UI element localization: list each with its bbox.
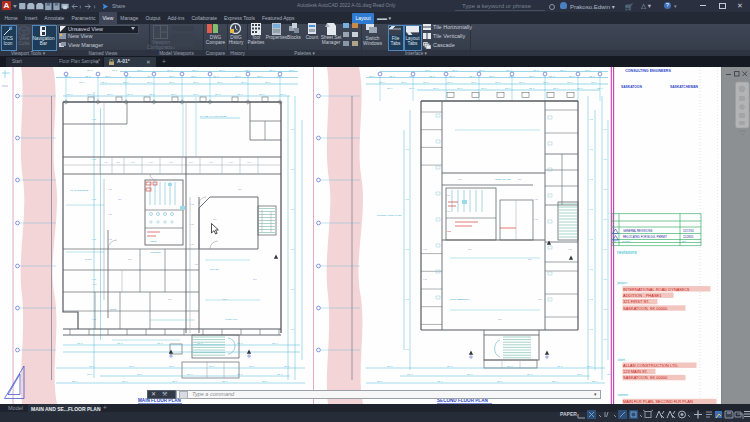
svg-text:PHASE 1 WAREHOUSE: PHASE 1 WAREHOUSE (200, 115, 227, 118)
svg-text:CONSULTING ENGINEERS: CONSULTING ENGINEERS (625, 69, 671, 73)
svg-text:12'-4": 12'-4" (577, 373, 583, 375)
svg-text:12'-4": 12'-4" (112, 69, 118, 71)
svg-text:OFFICE: OFFICE (210, 268, 219, 270)
svg-text:rev: rev (613, 240, 616, 242)
svg-text:12'-4": 12'-4" (389, 75, 395, 77)
svg-text:12'-4": 12'-4" (423, 81, 429, 83)
svg-text:12'-4": 12'-4" (437, 380, 443, 382)
svg-text:MENS: MENS (150, 240, 157, 242)
svg-text:321 FIRST ST.: 321 FIRST ST. (623, 299, 649, 304)
svg-text:12'-4": 12'-4" (272, 342, 278, 344)
svg-text:12'-4": 12'-4" (409, 75, 415, 77)
svg-text:12'-4": 12'-4" (171, 93, 177, 95)
svg-text:SASKATCHEWAN: SASKATCHEWAN (670, 85, 699, 89)
svg-text:12'-4": 12'-4" (101, 81, 107, 83)
svg-text:12'-4": 12'-4" (529, 75, 535, 77)
svg-text:12'-4": 12'-4" (284, 365, 290, 367)
svg-text:12'-4": 12'-4" (192, 69, 198, 71)
svg-text:12'-4": 12'-4" (215, 93, 221, 95)
svg-text:revisions: revisions (617, 249, 637, 255)
svg-text:12'-4": 12'-4" (533, 69, 539, 71)
svg-text:9'-2": 9'-2" (92, 238, 97, 240)
svg-text:12'-4": 12'-4" (429, 75, 435, 77)
svg-text:12'-4": 12'-4" (379, 81, 385, 83)
svg-text:12'-4": 12'-4" (369, 75, 375, 77)
svg-text:12'-4": 12'-4" (457, 87, 463, 89)
svg-text:9'-2": 9'-2" (92, 158, 97, 160)
svg-text:12'-4": 12'-4" (489, 75, 495, 77)
svg-text:12'-4": 12'-4" (125, 75, 131, 77)
svg-text:12'-4": 12'-4" (506, 69, 512, 71)
svg-text:12'-4": 12'-4" (169, 365, 175, 367)
svg-text:12'-4": 12'-4" (85, 75, 91, 77)
svg-text:12'-4": 12'-4" (241, 81, 247, 83)
svg-text:11/28/01: 11/28/01 (683, 235, 694, 239)
svg-text:12'-4": 12'-4" (79, 81, 85, 83)
svg-text:OPEN TO BELOW: OPEN TO BELOW (450, 298, 470, 300)
svg-text:12'-4": 12'-4" (129, 365, 135, 367)
svg-text:12'-4": 12'-4" (577, 87, 583, 89)
svg-text:ALLAN CONSTRUCTION LTD.: ALLAN CONSTRUCTION LTD. (623, 363, 679, 368)
svg-text:12'-4": 12'-4" (172, 380, 178, 382)
svg-text:12'-4": 12'-4" (447, 365, 453, 367)
svg-text:12'-4": 12'-4" (87, 69, 93, 71)
svg-text:RELOCATED FOR BLDG. PERMIT: RELOCATED FOR BLDG. PERMIT (623, 235, 667, 239)
svg-text:12'-4": 12'-4" (447, 81, 453, 83)
svg-text:12'-4": 12'-4" (219, 69, 225, 71)
svg-text:12'-4": 12'-4" (137, 373, 143, 375)
svg-text:12'-4": 12'-4" (235, 75, 241, 77)
svg-text:12'-4": 12'-4" (265, 81, 271, 83)
svg-text:WR: WR (447, 230, 451, 232)
svg-text:STOR: STOR (110, 308, 117, 310)
svg-text:12'-4": 12'-4" (597, 87, 603, 89)
svg-text:GENERAL REVISIONS: GENERAL REVISIONS (623, 229, 652, 233)
svg-text:NO 2ND FLOOR OVER: NO 2ND FLOOR OVER (377, 214, 402, 216)
svg-text:12'-4": 12'-4" (107, 93, 113, 95)
svg-text:12'-4": 12'-4" (607, 373, 613, 375)
svg-text:12'-4": 12'-4" (452, 69, 458, 71)
svg-text:project: project (618, 281, 628, 285)
svg-text:12'-4": 12'-4" (187, 373, 193, 375)
svg-text:9'-2": 9'-2" (92, 278, 97, 280)
svg-text:12'-4": 12'-4" (259, 93, 265, 95)
svg-text:12'-4": 12'-4" (409, 87, 415, 89)
svg-text:12'-4": 12'-4" (425, 69, 431, 71)
svg-text:12/17/01: 12/17/01 (683, 229, 694, 233)
svg-text:12'-4": 12'-4" (217, 81, 223, 83)
svg-text:ADDITION - PHASE1: ADDITION - PHASE1 (623, 293, 662, 298)
svg-text:12'-4": 12'-4" (277, 75, 283, 77)
svg-text:12'-4": 12'-4" (552, 380, 558, 382)
svg-text:12'-4": 12'-4" (553, 87, 559, 89)
svg-text:WOMENS: WOMENS (150, 251, 161, 253)
svg-text:12'-4": 12'-4" (222, 380, 228, 382)
svg-text:12'-4": 12'-4" (105, 75, 111, 77)
svg-text:12'-4": 12'-4" (89, 365, 95, 367)
svg-text:12'-4": 12'-4" (495, 81, 501, 83)
svg-text:12'-4": 12'-4" (387, 365, 393, 367)
svg-text:12'-4": 12'-4" (87, 373, 93, 375)
svg-text:12'-4": 12'-4" (169, 81, 175, 83)
svg-text:12'-4": 12'-4" (569, 75, 575, 77)
svg-text:12'-4": 12'-4" (147, 75, 153, 77)
svg-text:client: client (618, 358, 626, 362)
svg-text:12'-4": 12'-4" (479, 69, 485, 71)
svg-text:revisions: revisions (622, 240, 630, 242)
svg-text:12'-4": 12'-4" (67, 93, 73, 95)
svg-text:12'-4": 12'-4" (65, 75, 71, 77)
svg-text:INTERNATIONAL ROAD DYNAMICS: INTERNATIONAL ROAD DYNAMICS (623, 287, 690, 292)
svg-text:12'-4": 12'-4" (557, 365, 563, 367)
svg-text:12'-4": 12'-4" (197, 342, 203, 344)
svg-text:12'-4": 12'-4" (567, 81, 573, 83)
svg-text:12'-4": 12'-4" (245, 69, 251, 71)
svg-text:12'-4": 12'-4" (262, 380, 268, 382)
svg-text:12'-4": 12'-4" (127, 93, 133, 95)
svg-text:12'-4": 12'-4" (149, 93, 155, 95)
svg-text:12'-4": 12'-4" (237, 93, 243, 95)
svg-text:12'-4": 12'-4" (147, 81, 153, 83)
svg-text:123 MAIN ST.: 123 MAIN ST. (623, 369, 648, 374)
svg-text:12'-4": 12'-4" (193, 93, 199, 95)
svg-text:LG WHSE/PROD: LG WHSE/PROD (70, 189, 89, 192)
svg-text:12'-4": 12'-4" (407, 373, 413, 375)
svg-text:12'-4": 12'-4" (269, 69, 275, 71)
svg-text:12'-4": 12'-4" (169, 75, 175, 77)
